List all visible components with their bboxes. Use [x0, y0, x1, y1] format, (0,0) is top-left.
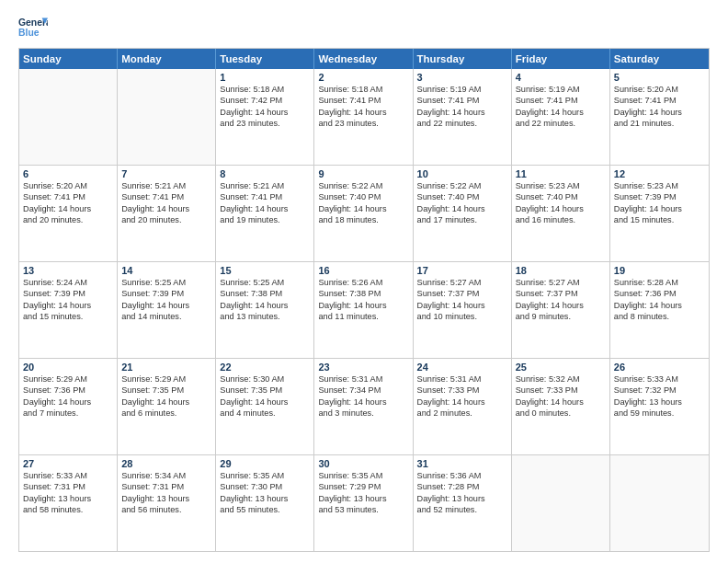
calendar-cell: 31Sunrise: 5:36 AMSunset: 7:28 PMDayligh… — [414, 455, 512, 551]
cell-info-line: and 14 minutes. — [121, 311, 211, 322]
cell-info-line: Sunset: 7:37 PM — [417, 288, 507, 299]
logo-icon: General Blue — [18, 15, 48, 40]
day-number: 27 — [23, 458, 113, 469]
cell-info-line: Daylight: 14 hours — [516, 300, 606, 311]
svg-text:Blue: Blue — [18, 28, 40, 38]
cell-info-line: Daylight: 14 hours — [318, 396, 408, 408]
cell-info-line: Daylight: 14 hours — [121, 396, 211, 408]
day-number: 30 — [318, 458, 408, 469]
calendar-cell: 27Sunrise: 5:33 AMSunset: 7:31 PMDayligh… — [19, 455, 118, 551]
cell-info-line: Sunrise: 5:20 AM — [23, 180, 113, 191]
cell-info-line: Sunrise: 5:35 AM — [318, 470, 408, 481]
day-number: 1 — [220, 72, 310, 83]
cell-info-line: Sunset: 7:33 PM — [417, 385, 507, 396]
cell-info-line: and 19 minutes. — [220, 214, 310, 225]
cell-info-line: and 7 minutes. — [23, 408, 113, 419]
cell-info-line: Sunset: 7:41 PM — [417, 95, 507, 106]
cell-info-line: Sunrise: 5:31 AM — [318, 373, 408, 385]
calendar-cell: 11Sunrise: 5:23 AMSunset: 7:40 PMDayligh… — [512, 166, 610, 261]
cell-info-line: and 6 minutes. — [121, 408, 211, 419]
cell-info-line: Sunset: 7:41 PM — [516, 95, 606, 106]
cell-info-line: Sunset: 7:40 PM — [516, 191, 606, 202]
cell-info-line: Sunset: 7:41 PM — [220, 191, 310, 202]
cell-info-line: Sunset: 7:39 PM — [614, 191, 705, 202]
cell-info-line: Daylight: 14 hours — [220, 300, 310, 311]
cell-info-line: and 10 minutes. — [417, 311, 507, 322]
cell-info-line: Sunset: 7:29 PM — [318, 481, 408, 492]
calendar-cell: 16Sunrise: 5:26 AMSunset: 7:38 PMDayligh… — [314, 262, 413, 358]
cell-info-line: Daylight: 14 hours — [516, 396, 606, 408]
cell-info-line: Daylight: 14 hours — [516, 203, 606, 214]
day-number: 14 — [121, 265, 211, 276]
cell-info-line: Sunset: 7:37 PM — [516, 288, 606, 299]
cell-info-line: Sunrise: 5:26 AM — [318, 277, 408, 288]
day-number: 15 — [220, 265, 310, 276]
cell-info-line: Sunset: 7:41 PM — [614, 95, 705, 106]
cell-info-line: Sunset: 7:39 PM — [121, 288, 211, 299]
cell-info-line: Sunset: 7:28 PM — [417, 481, 507, 492]
calendar-cell: 13Sunrise: 5:24 AMSunset: 7:39 PMDayligh… — [19, 262, 118, 358]
cell-info-line: and 23 minutes. — [318, 118, 408, 129]
cell-info-line: Sunset: 7:41 PM — [23, 191, 113, 202]
cell-info-line: Sunset: 7:40 PM — [417, 191, 507, 202]
cell-info-line: Daylight: 14 hours — [516, 107, 606, 118]
calendar-row-1: 1Sunrise: 5:18 AMSunset: 7:42 PMDaylight… — [19, 69, 709, 165]
calendar-cell: 6Sunrise: 5:20 AMSunset: 7:41 PMDaylight… — [19, 166, 118, 261]
cell-info-line: Sunset: 7:33 PM — [516, 385, 606, 396]
calendar-cell: 9Sunrise: 5:22 AMSunset: 7:40 PMDaylight… — [314, 166, 413, 261]
cell-info-line: and 23 minutes. — [220, 118, 310, 129]
calendar-cell: 29Sunrise: 5:35 AMSunset: 7:30 PMDayligh… — [216, 455, 314, 551]
cell-info-line: Sunset: 7:36 PM — [614, 288, 705, 299]
cell-info-line: and 58 minutes. — [23, 504, 113, 515]
cell-info-line: and 21 minutes. — [614, 118, 705, 129]
calendar-row-5: 27Sunrise: 5:33 AMSunset: 7:31 PMDayligh… — [19, 454, 709, 551]
cell-info-line: Sunset: 7:41 PM — [121, 191, 211, 202]
cell-info-line: Daylight: 13 hours — [23, 493, 113, 504]
cell-info-line: and 3 minutes. — [318, 408, 408, 419]
cell-info-line: and 15 minutes. — [614, 214, 705, 225]
cell-info-line: Sunrise: 5:21 AM — [220, 180, 310, 191]
cell-info-line: and 8 minutes. — [614, 311, 705, 322]
day-number: 9 — [318, 168, 408, 179]
calendar-header: SundayMondayTuesdayWednesdayThursdayFrid… — [19, 49, 709, 69]
cell-info-line: Daylight: 14 hours — [23, 300, 113, 311]
calendar-cell — [610, 455, 709, 551]
day-number: 22 — [220, 362, 310, 373]
cell-info-line: Daylight: 13 hours — [318, 493, 408, 504]
cell-info-line: Daylight: 14 hours — [417, 300, 507, 311]
cell-info-line: Daylight: 13 hours — [614, 396, 705, 408]
cell-info-line: and 59 minutes. — [614, 408, 705, 419]
calendar-cell: 15Sunrise: 5:25 AMSunset: 7:38 PMDayligh… — [216, 262, 314, 358]
calendar-cell: 19Sunrise: 5:28 AMSunset: 7:36 PMDayligh… — [610, 262, 709, 358]
cell-info-line: Sunrise: 5:22 AM — [318, 180, 408, 191]
cell-info-line: Sunrise: 5:31 AM — [417, 373, 507, 385]
calendar-cell: 20Sunrise: 5:29 AMSunset: 7:36 PMDayligh… — [19, 359, 118, 454]
cell-info-line: Sunset: 7:32 PM — [614, 385, 705, 396]
cell-info-line: Sunrise: 5:30 AM — [220, 373, 310, 385]
cell-info-line: Sunrise: 5:28 AM — [614, 277, 705, 288]
calendar-cell: 8Sunrise: 5:21 AMSunset: 7:41 PMDaylight… — [216, 166, 314, 261]
calendar-row-2: 6Sunrise: 5:20 AMSunset: 7:41 PMDaylight… — [19, 165, 709, 261]
cell-info-line: Sunrise: 5:34 AM — [121, 470, 211, 481]
cell-info-line: Daylight: 14 hours — [318, 300, 408, 311]
cell-info-line: Sunset: 7:31 PM — [121, 481, 211, 492]
day-number: 17 — [417, 265, 507, 276]
cell-info-line: and 2 minutes. — [417, 408, 507, 419]
cell-info-line: Sunrise: 5:33 AM — [23, 470, 113, 481]
weekday-header-thursday: Thursday — [414, 49, 512, 69]
day-number: 3 — [417, 72, 507, 83]
cell-info-line: Sunset: 7:38 PM — [318, 288, 408, 299]
cell-info-line: Sunrise: 5:27 AM — [516, 277, 606, 288]
weekday-header-saturday: Saturday — [610, 49, 709, 69]
cell-info-line: and 13 minutes. — [220, 311, 310, 322]
cell-info-line: Daylight: 13 hours — [220, 493, 310, 504]
calendar-cell — [512, 455, 610, 551]
weekday-header-friday: Friday — [512, 49, 610, 69]
cell-info-line: Sunrise: 5:29 AM — [23, 373, 113, 385]
page-header: General Blue — [18, 15, 710, 40]
day-number: 11 — [516, 168, 606, 179]
cell-info-line: Sunrise: 5:25 AM — [220, 277, 310, 288]
cell-info-line: Sunset: 7:39 PM — [23, 288, 113, 299]
cell-info-line: Sunset: 7:40 PM — [318, 191, 408, 202]
calendar-cell: 2Sunrise: 5:18 AMSunset: 7:41 PMDaylight… — [314, 69, 413, 165]
